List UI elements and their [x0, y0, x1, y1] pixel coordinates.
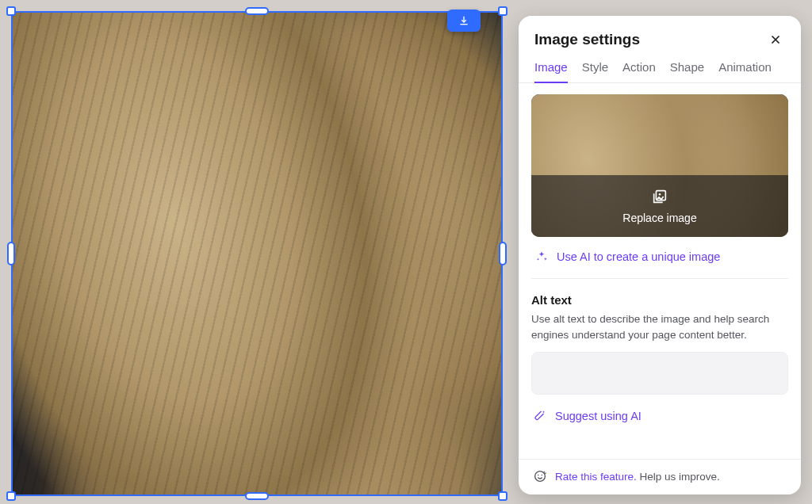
- close-icon: [768, 32, 783, 47]
- rate-feature-link[interactable]: Rate this feature.: [555, 471, 637, 483]
- svg-point-4: [542, 475, 543, 476]
- selected-image[interactable]: [11, 11, 503, 496]
- resize-handle-bottom-right[interactable]: [498, 491, 508, 501]
- resize-handle-right[interactable]: [499, 242, 507, 265]
- magic-wand-icon: [533, 409, 547, 423]
- ai-create-image-link[interactable]: Use AI to create a unique image: [531, 237, 788, 277]
- alt-text-input[interactable]: [531, 352, 788, 395]
- tabs: Image Style Action Shape Animation: [519, 55, 801, 83]
- canvas: [11, 11, 503, 496]
- tab-shape[interactable]: Shape: [670, 60, 704, 83]
- suggest-ai-link[interactable]: Suggest using AI: [531, 398, 788, 428]
- divider: [531, 278, 788, 279]
- replace-image-button[interactable]: Replace image: [531, 175, 788, 237]
- smiley-icon: [533, 469, 547, 483]
- tab-action[interactable]: Action: [622, 60, 656, 83]
- resize-handle-top-right[interactable]: [498, 6, 508, 16]
- tab-animation[interactable]: Animation: [718, 60, 772, 83]
- download-icon: [458, 14, 470, 27]
- tab-image[interactable]: Image: [534, 60, 568, 83]
- suggest-ai-label: Suggest using AI: [555, 410, 642, 422]
- panel-body: Replace image Use AI to create a unique …: [519, 83, 801, 459]
- resize-handle-top-left[interactable]: [6, 6, 16, 16]
- svg-point-3: [538, 475, 539, 476]
- tab-style[interactable]: Style: [582, 60, 608, 83]
- resize-handle-left[interactable]: [7, 242, 15, 265]
- download-button[interactable]: [447, 10, 481, 32]
- panel-footer: Rate this feature. Help us improve.: [519, 459, 801, 494]
- sparkles-icon: [534, 250, 549, 264]
- image-settings-panel: Image settings Image Style Action Shape …: [519, 16, 801, 494]
- panel-header: Image settings: [519, 16, 801, 55]
- resize-handle-bottom-left[interactable]: [6, 491, 16, 501]
- rate-feature-hint: Help us improve.: [640, 471, 720, 483]
- ai-create-image-label: Use AI to create a unique image: [557, 250, 720, 263]
- alt-text-description: Use alt text to describe the image and h…: [531, 311, 788, 342]
- svg-point-1: [659, 193, 661, 196]
- image-content: [11, 11, 503, 496]
- replace-image-label: Replace image: [622, 212, 696, 224]
- panel-title: Image settings: [534, 31, 640, 48]
- alt-text-title: Alt text: [531, 293, 788, 307]
- close-button[interactable]: [766, 30, 785, 49]
- resize-handle-top[interactable]: [245, 7, 269, 15]
- image-preview: Replace image: [531, 94, 788, 237]
- image-stack-icon: [651, 188, 668, 205]
- resize-handle-bottom[interactable]: [245, 492, 269, 500]
